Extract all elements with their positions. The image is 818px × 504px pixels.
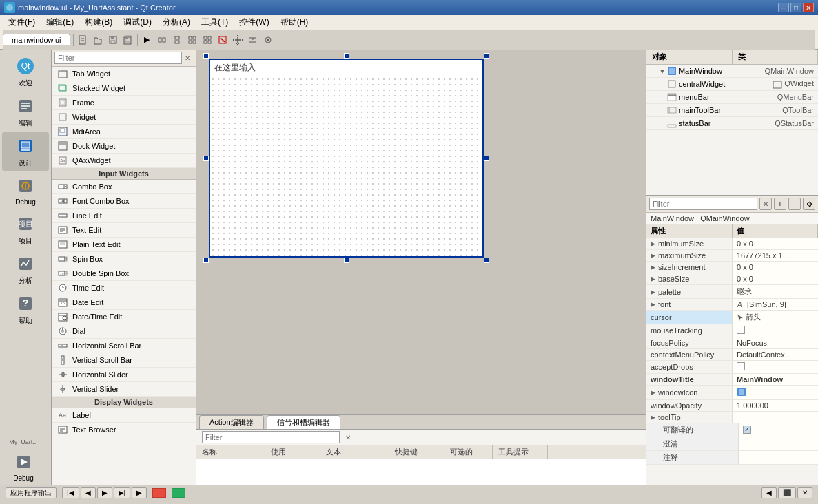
file-tab-mainwindow[interactable]: mainwindow.ui bbox=[3, 34, 70, 45]
prop-row-comment[interactable]: 注释 bbox=[646, 451, 818, 465]
prop-row-minimumsize[interactable]: ▶ minimumSize 0 x 0 bbox=[646, 238, 818, 250]
toolbar-open-btn[interactable] bbox=[90, 32, 105, 48]
tree-item-toolbar[interactable]: mainToolBar QToolBar bbox=[646, 104, 818, 117]
sidebar-item-analyze[interactable]: 分析 bbox=[2, 250, 49, 288]
status-app-output-btn[interactable]: 应用程序输出 bbox=[6, 487, 57, 498]
widget-item-double-spinbox[interactable]: 1.0 Double Spin Box bbox=[52, 266, 196, 281]
expand-windowicon[interactable]: ▶ bbox=[651, 389, 655, 396]
toolbar-save-btn[interactable] bbox=[105, 32, 121, 48]
expand-tooltip[interactable]: ▶ bbox=[651, 414, 655, 421]
widget-item-datetime-edit[interactable]: Date/Time Edit bbox=[52, 310, 196, 324]
prop-row-tooltip[interactable]: ▶ toolTip bbox=[646, 412, 818, 423]
prop-value-comment[interactable] bbox=[739, 451, 818, 464]
toolbar-layout-grid-btn[interactable] bbox=[185, 32, 200, 48]
main-canvas[interactable]: 在这里输入 bbox=[209, 59, 484, 258]
action-tab-editor[interactable]: Action编辑器 bbox=[199, 415, 264, 430]
tree-item-mainwindow[interactable]: ▼ MainWindow QMainWindow bbox=[646, 65, 818, 78]
toolbar-play-btn[interactable]: ▶ bbox=[139, 32, 154, 48]
handle-top[interactable] bbox=[344, 53, 349, 59]
widget-item-text-browser[interactable]: Text Browser bbox=[52, 423, 196, 437]
widget-item-label[interactable]: Aa Label bbox=[52, 408, 196, 423]
prop-value-translatable[interactable]: ✓ bbox=[739, 423, 818, 437]
sidebar-item-welcome[interactable]: Qt 欢迎 bbox=[2, 52, 49, 91]
tree-item-menubar[interactable]: menuBar QMenuBar bbox=[646, 91, 818, 104]
prop-btn-settings[interactable]: ⚙ bbox=[803, 198, 815, 210]
prop-row-windowtitle[interactable]: windowTitle MainWindow bbox=[646, 374, 818, 386]
prop-value-windowopacity[interactable]: 1.000000 bbox=[733, 400, 818, 411]
widget-item-line-edit[interactable]: Line Edit bbox=[52, 209, 196, 223]
minimize-button[interactable]: ─ bbox=[778, 3, 789, 12]
prop-value-contextmenupolicy[interactable]: DefaultContex... bbox=[733, 349, 818, 360]
prop-row-cursor[interactable]: cursor 箭头 bbox=[646, 311, 818, 324]
menu-build[interactable]: 构建(B) bbox=[79, 15, 118, 30]
toolbar-layout-h-btn[interactable] bbox=[154, 32, 170, 48]
acceptdrops-checkbox[interactable] bbox=[737, 362, 745, 370]
close-button[interactable]: ✕ bbox=[803, 3, 814, 12]
prop-row-windowopacity[interactable]: windowOpacity 1.000000 bbox=[646, 400, 818, 412]
expand-palette[interactable]: ▶ bbox=[651, 288, 655, 295]
expand-sizeincrement[interactable]: ▶ bbox=[651, 264, 655, 271]
prop-filter-clear[interactable]: ✕ bbox=[759, 198, 772, 210]
prop-row-windowicon[interactable]: ▶ windowIcon bbox=[646, 386, 818, 400]
toolbar-adjust-size-btn[interactable] bbox=[230, 32, 245, 48]
widget-item-frame[interactable]: Frame bbox=[52, 96, 196, 110]
prop-row-focuspolicy[interactable]: focusPolicy NoFocus bbox=[646, 337, 818, 349]
widget-item-combobox[interactable]: Combo Box bbox=[52, 180, 196, 194]
toolbar-new-btn[interactable] bbox=[75, 32, 90, 48]
prop-value-palette[interactable]: 继承 bbox=[733, 285, 818, 298]
prop-btn-plus[interactable]: + bbox=[774, 198, 786, 210]
mousetracking-checkbox[interactable] bbox=[737, 326, 745, 334]
prop-row-palette[interactable]: ▶ palette 继承 bbox=[646, 285, 818, 299]
sidebar-debug-bottom[interactable]: Debug bbox=[0, 448, 47, 485]
sidebar-item-help[interactable]: ? 帮助 bbox=[2, 290, 49, 328]
handle-bottom[interactable] bbox=[344, 258, 349, 263]
widget-item-time-edit[interactable]: Time Edit bbox=[52, 281, 196, 295]
handle-topright[interactable] bbox=[484, 53, 489, 59]
menu-tools[interactable]: 工具(T) bbox=[196, 15, 234, 30]
handle-bottomright[interactable] bbox=[484, 258, 489, 263]
widget-item-plain-text-edit[interactable]: Plain Text Edit bbox=[52, 238, 196, 252]
toolbar-layout-form-btn[interactable] bbox=[200, 32, 215, 48]
prop-value-sizeincrement[interactable]: 0 x 0 bbox=[733, 262, 818, 273]
handle-topleft[interactable] bbox=[203, 53, 209, 59]
prop-row-basesize[interactable]: ▶ baseSize 0 x 0 bbox=[646, 273, 818, 285]
widget-item-hscrollbar[interactable]: Horizontal Scroll Bar bbox=[52, 339, 196, 353]
prop-value-tooltip[interactable] bbox=[733, 412, 818, 423]
prop-value-clarification[interactable] bbox=[739, 437, 818, 450]
prop-row-translatable[interactable]: 可翻译的 ✓ bbox=[646, 423, 818, 437]
status-nav-next[interactable]: ▶ bbox=[97, 487, 112, 498]
canvas-input-field[interactable]: 在这里输入 bbox=[210, 60, 482, 76]
widget-filter-clear[interactable]: ✕ bbox=[182, 52, 193, 63]
toolbar-spacer-btn[interactable] bbox=[245, 32, 260, 48]
prop-row-font[interactable]: ▶ font A [SimSun, 9] bbox=[646, 299, 818, 311]
prop-value-cursor[interactable]: 箭头 bbox=[733, 311, 818, 324]
prop-value-basesize[interactable]: 0 x 0 bbox=[733, 273, 818, 284]
bottom-filter-input[interactable] bbox=[202, 431, 340, 443]
prop-value-acceptdrops[interactable] bbox=[733, 361, 818, 373]
widget-item-vslider[interactable]: Vertical Slider bbox=[52, 382, 196, 397]
sidebar-item-projects[interactable]: 项目 项目 bbox=[2, 210, 49, 249]
canvas-dotted[interactable] bbox=[210, 76, 482, 256]
menu-debug[interactable]: 调试(D) bbox=[118, 15, 157, 30]
prop-row-contextmenupolicy[interactable]: contextMenuPolicy DefaultContex... bbox=[646, 349, 818, 361]
status-nav-play[interactable]: ▶ bbox=[132, 487, 147, 498]
menu-analyze[interactable]: 分析(A) bbox=[157, 15, 196, 30]
toolbar-save-all-btn[interactable] bbox=[121, 32, 136, 48]
prop-value-focuspolicy[interactable]: NoFocus bbox=[733, 337, 818, 348]
handle-bottomleft[interactable] bbox=[203, 258, 209, 263]
widget-item-hslider[interactable]: Horizontal Slider bbox=[52, 368, 196, 382]
prop-value-windowicon[interactable] bbox=[733, 386, 818, 399]
prop-value-font[interactable]: A [SimSun, 9] bbox=[733, 299, 818, 310]
tree-item-statusbar[interactable]: statusBar QStatusBar bbox=[646, 117, 818, 130]
toolbar-break-layout-btn[interactable] bbox=[215, 32, 230, 48]
expand-minimumsize[interactable]: ▶ bbox=[651, 240, 655, 247]
expand-basesize[interactable]: ▶ bbox=[651, 275, 655, 282]
widget-item-date-edit[interactable]: 15 Date Edit bbox=[52, 295, 196, 310]
action-tab-signal-slot[interactable]: 信号和槽编辑器 bbox=[267, 415, 340, 430]
sidebar-item-edit[interactable]: 编辑 bbox=[2, 92, 49, 131]
toolbar-wrench-btn[interactable] bbox=[260, 32, 276, 48]
status-btn-2[interactable]: ⬛ bbox=[778, 487, 796, 498]
widget-item-spinbox[interactable]: Spin Box bbox=[52, 252, 196, 266]
maximize-button[interactable]: □ bbox=[790, 3, 801, 12]
handle-left[interactable] bbox=[203, 156, 209, 161]
